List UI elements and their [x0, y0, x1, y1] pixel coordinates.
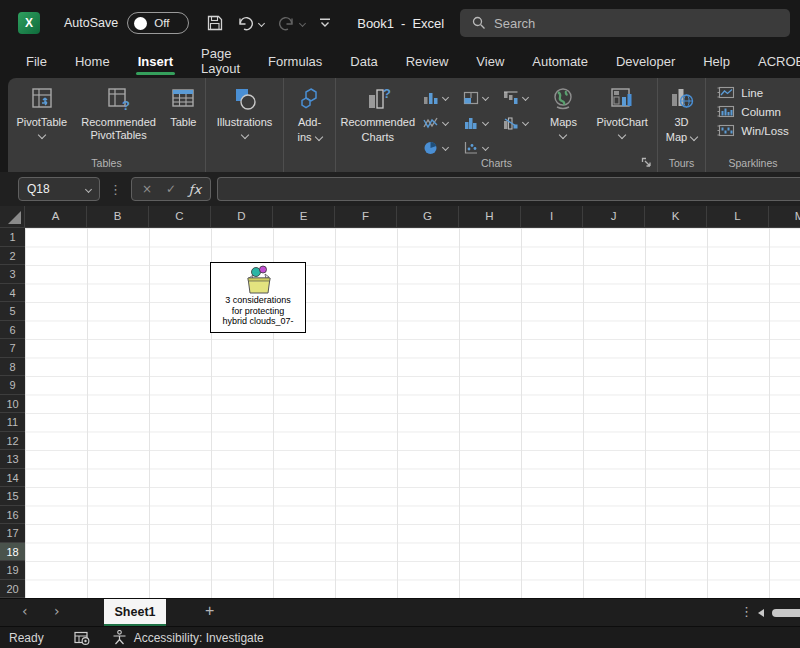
ribbon-group-charts: ? Recommended Charts: [336, 78, 658, 172]
column-header-C[interactable]: C: [149, 206, 211, 227]
column-header-A[interactable]: A: [25, 206, 87, 227]
cancel-button[interactable]: ×: [136, 182, 158, 196]
insert-combo-chart-button[interactable]: [500, 110, 540, 135]
sparklines-group-label: Sparklines: [706, 157, 800, 169]
sheet-nav-left-icon[interactable]: ‹: [22, 603, 28, 619]
pivotchart-button[interactable]: PivotChart: [587, 83, 657, 141]
customize-qat-icon[interactable]: [319, 18, 331, 28]
row-header-1[interactable]: 1: [0, 228, 25, 247]
row-header-5[interactable]: 5: [0, 302, 25, 321]
tab-review[interactable]: Review: [394, 49, 461, 76]
charts-dialog-launcher-icon[interactable]: [641, 157, 652, 168]
redo-button[interactable]: [278, 16, 305, 31]
row-header-20[interactable]: 20: [0, 580, 25, 599]
column-header-M[interactable]: M: [769, 206, 800, 227]
sheetbar-kebab-icon[interactable]: ⋮: [740, 604, 753, 619]
insert-column-chart-button[interactable]: [420, 85, 460, 110]
illustrations-button[interactable]: Illustrations: [210, 83, 280, 141]
row-header-16[interactable]: 16: [0, 506, 25, 525]
undo-button[interactable]: [237, 16, 264, 31]
name-box-dropdown-icon[interactable]: [85, 185, 92, 192]
maps-button[interactable]: Maps: [540, 83, 588, 141]
row-header-7[interactable]: 7: [0, 339, 25, 358]
insert-function-button[interactable]: ƒx: [184, 182, 206, 197]
tab-developer[interactable]: Developer: [604, 49, 687, 76]
undo-dropdown-icon[interactable]: [258, 19, 265, 26]
column-header-D[interactable]: D: [211, 206, 273, 227]
tab-data[interactable]: Data: [338, 49, 389, 76]
ribbon-group-illustrations: Illustrations .: [206, 78, 284, 172]
column-header-B[interactable]: B: [87, 206, 149, 227]
tab-home[interactable]: Home: [63, 49, 122, 76]
insert-histogram-chart-button[interactable]: [460, 110, 500, 135]
tab-file[interactable]: File: [14, 49, 59, 76]
hscroll-thumb[interactable]: [772, 609, 800, 617]
addins-icon: [297, 86, 323, 112]
column-header-K[interactable]: K: [645, 206, 707, 227]
column-header-F[interactable]: F: [335, 206, 397, 227]
insert-hierarchy-chart-button[interactable]: [460, 85, 500, 110]
row-header-17[interactable]: 17: [0, 524, 25, 543]
row-header-11[interactable]: 11: [0, 413, 25, 432]
macro-record-button[interactable]: [74, 631, 90, 645]
enter-button[interactable]: ✓: [160, 182, 182, 196]
accessibility-label: Accessibility: Investigate: [134, 631, 264, 645]
sheet-tab-sheet1[interactable]: Sheet1: [104, 599, 166, 627]
tab-automate[interactable]: Automate: [520, 49, 600, 76]
sparkline-column-button[interactable]: Column: [713, 103, 792, 120]
column-header-I[interactable]: I: [521, 206, 583, 227]
tab-formulas[interactable]: Formulas: [256, 49, 334, 76]
excel-logo-icon[interactable]: X: [18, 12, 40, 34]
row-header-3[interactable]: 3: [0, 265, 25, 284]
column-header-G[interactable]: G: [397, 206, 459, 227]
row-header-8[interactable]: 8: [0, 358, 25, 377]
formula-bar-kebab-icon[interactable]: ⋮: [109, 182, 122, 197]
table-button[interactable]: Table: [162, 83, 205, 132]
ribbon-group-sparklines: Line Column: [706, 78, 800, 172]
row-header-19[interactable]: 19: [0, 561, 25, 580]
tab-view[interactable]: View: [464, 49, 516, 76]
embedded-object[interactable]: 3 considerations for protecting hybrid c…: [210, 262, 306, 333]
row-header-6[interactable]: 6: [0, 321, 25, 340]
recommended-pivottables-button[interactable]: ? Recommended PivotTables: [76, 83, 162, 144]
sparkline-column-label: Column: [741, 106, 781, 118]
sheet-nav-right-icon[interactable]: ›: [54, 603, 60, 619]
row-header-13[interactable]: 13: [0, 450, 25, 469]
redo-dropdown-icon[interactable]: [299, 19, 306, 26]
sparkline-line-button[interactable]: Line: [713, 84, 792, 101]
name-box[interactable]: Q18: [18, 177, 100, 201]
addins-button[interactable]: Add- ins: [287, 83, 333, 146]
autosave-toggle[interactable]: Off: [127, 12, 189, 34]
column-header-H[interactable]: H: [459, 206, 521, 227]
tab-help[interactable]: Help: [691, 49, 742, 76]
row-header-2[interactable]: 2: [0, 247, 25, 266]
search-box[interactable]: Search: [460, 9, 790, 37]
save-icon[interactable]: [207, 15, 223, 31]
status-bar: Ready Accessibility: Investigate: [0, 626, 800, 648]
row-header-12[interactable]: 12: [0, 432, 25, 451]
add-sheet-button[interactable]: +: [205, 602, 214, 620]
insert-line-chart-button[interactable]: [420, 110, 460, 135]
tab-page-layout[interactable]: Page Layout: [189, 41, 252, 83]
select-all-button[interactable]: [0, 206, 25, 227]
formula-input[interactable]: [217, 177, 800, 201]
column-header-J[interactable]: J: [583, 206, 645, 227]
hscroll-left-arrow-icon[interactable]: [758, 609, 764, 617]
row-header-9[interactable]: 9: [0, 376, 25, 395]
accessibility-button[interactable]: Accessibility: Investigate: [112, 630, 264, 645]
column-header-L[interactable]: L: [707, 206, 769, 227]
row-header-15[interactable]: 15: [0, 487, 25, 506]
row-header-18[interactable]: 18: [0, 543, 25, 562]
row-header-14[interactable]: 14: [0, 469, 25, 488]
tab-acrobat[interactable]: ACROBAT: [746, 49, 800, 76]
insert-waterfall-chart-button[interactable]: [500, 85, 540, 110]
pivottable-button[interactable]: PivotTable: [8, 83, 76, 141]
row-header-10[interactable]: 10: [0, 395, 25, 414]
column-header-E[interactable]: E: [273, 206, 335, 227]
recommended-charts-button[interactable]: ? Recommended Charts: [336, 83, 420, 146]
tab-insert[interactable]: Insert: [126, 49, 185, 76]
row-header-4[interactable]: 4: [0, 284, 25, 303]
3d-map-button[interactable]: 3D Map: [660, 83, 704, 146]
cells-area[interactable]: 3 considerations for protecting hybrid c…: [25, 228, 800, 598]
sparkline-winloss-button[interactable]: Win/Loss: [713, 122, 792, 139]
